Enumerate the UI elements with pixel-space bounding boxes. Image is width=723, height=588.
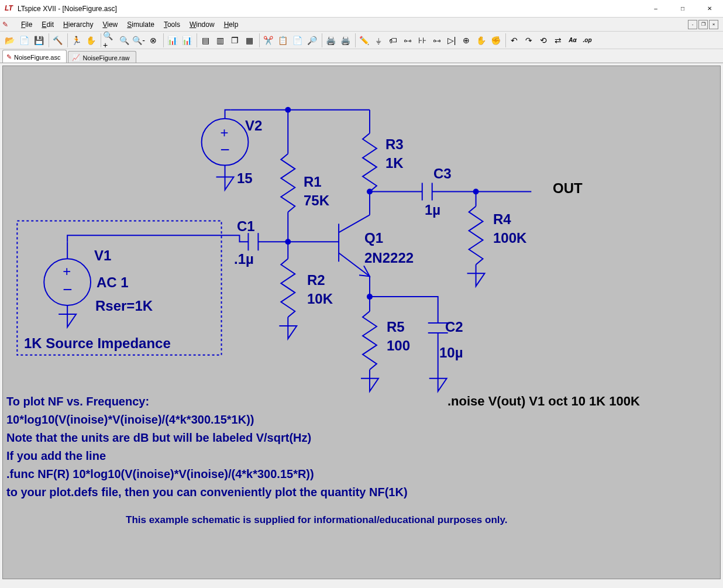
mirror-icon[interactable]: ⇄ [551,33,565,47]
capacitor-icon[interactable]: ⊦⊦ [415,33,429,47]
copy-icon[interactable]: 📋 [276,33,290,47]
toolbar: 📂 📄 💾 🔨 🏃 ✋ 🔍+ 🔍 🔍- ⊗ 📊 📊 ▤ ▥ ❐ ▦ ✂️ 📋 📄… [0,32,723,49]
notes-block[interactable]: To plot NF vs. Frequency: 10*log10(V(ino… [6,393,408,501]
r1-val[interactable]: 75K [304,192,329,209]
net-label-out[interactable]: OUT [553,180,583,197]
redo-icon[interactable]: ↷ [522,33,536,47]
zoom-in-icon[interactable]: 🔍+ [102,33,116,47]
new-schematic-icon[interactable]: 📄 [17,33,31,47]
autorange-icon[interactable]: 📊 [165,33,179,47]
pan-icon[interactable]: 🔍 [117,33,131,47]
menu-simulate[interactable]: Simulate [122,19,159,30]
c1-val[interactable]: .1µ [234,251,254,268]
close-windows-icon[interactable]: ▦ [242,33,256,47]
menu-window[interactable]: Window [185,19,219,30]
schematic-canvas[interactable]: + − [2,66,721,579]
notes-line: to your plot.defs file, then you can con… [6,483,408,501]
find-icon[interactable]: 🔎 [305,33,319,47]
r3-val[interactable]: 1K [385,155,404,172]
run-icon[interactable]: 🏃 [69,33,83,47]
text-icon[interactable]: Aα [566,33,580,47]
menu-help[interactable]: Help [219,19,243,30]
wire-icon[interactable]: ✏️ [357,33,371,47]
label-net-icon[interactable]: 🏷 [386,33,400,47]
zoom-out-icon[interactable]: 🔍- [132,33,146,47]
menu-view[interactable]: View [98,19,122,30]
v1-ref[interactable]: V1 [94,247,111,264]
menu-hierarchy[interactable]: Hierarchy [58,19,98,30]
r4-ref[interactable]: R4 [493,211,511,228]
c3-val[interactable]: 1µ [425,202,440,219]
menu-file[interactable]: File [16,19,37,30]
maximize-button[interactable]: □ [669,0,696,18]
spice-directive-icon[interactable]: .op [580,33,594,47]
mdi-minimize-button[interactable]: - [688,20,697,29]
move-icon[interactable]: ✋ [474,33,488,47]
cut-icon[interactable]: ✂️ [261,33,275,47]
svg-text:+: + [63,263,71,279]
mdi-restore-button[interactable]: ❐ [698,20,708,29]
halt-icon[interactable]: ✋ [84,33,98,47]
resistor-icon[interactable]: ⧟ [401,33,415,47]
menu-edit[interactable]: Edit [37,19,58,30]
c2-val[interactable]: 10µ [439,345,463,362]
drag-icon[interactable]: ✊ [488,33,502,47]
r2-ref[interactable]: R2 [307,272,325,289]
tab-label: NoiseFigure.raw [82,54,129,61]
tile-vert-icon[interactable]: ▥ [213,33,227,47]
c1-ref[interactable]: C1 [237,218,255,235]
tabbar: ✎ NoiseFigure.asc 📈 NoiseFigure.raw [0,49,723,63]
pick-visible-icon[interactable]: 📊 [180,33,194,47]
window-title: LTspice XVII - [NoiseFigure.asc] [18,5,642,13]
spice-directive-noise[interactable]: .noise V(out) V1 oct 10 1K 100K [447,394,640,409]
tab-schematic[interactable]: ✎ NoiseFigure.asc [2,50,67,63]
close-button[interactable]: ✕ [696,0,723,18]
minimize-button[interactable]: – [642,0,669,18]
cascade-icon[interactable]: ❐ [228,33,242,47]
q1-val[interactable]: 2N2222 [364,250,414,267]
v1-val1[interactable]: AC 1 [97,274,129,291]
mdi-app-icon: ✎ [2,20,12,29]
c2-ref[interactable]: C2 [445,319,463,336]
q1-ref[interactable]: Q1 [364,230,383,247]
zoom-fit-icon[interactable]: ⊗ [146,33,160,47]
c3-ref[interactable]: C3 [433,166,452,183]
annotation-src-impedance[interactable]: 1K Source Impedance [24,335,171,352]
open-icon[interactable]: 📂 [2,33,16,47]
menubar: ✎ File Edit Hierarchy View Simulate Tool… [0,18,723,32]
notes-line: Note that the units are dB but will be l… [6,429,408,447]
diode-icon[interactable]: ▷| [445,33,459,47]
r2-val[interactable]: 10K [307,291,333,308]
mdi-close-button[interactable]: × [709,20,718,29]
tab-label: NoiseFigure.asc [14,54,60,61]
hammer-icon[interactable]: 🔨 [50,33,64,47]
r3-ref[interactable]: R3 [385,136,404,153]
save-icon[interactable]: 💾 [32,33,46,47]
rotate-icon[interactable]: ⟲ [536,33,550,47]
svg-text:−: − [221,140,230,159]
inductor-icon[interactable]: ⧟ [430,33,444,47]
r5-ref[interactable]: R5 [387,319,405,336]
schematic-file-icon: ✎ [6,53,12,61]
v2-val[interactable]: 15 [237,170,253,187]
r4-val[interactable]: 100K [493,230,526,247]
menu-tools[interactable]: Tools [159,19,185,30]
print-icon[interactable]: 🖨️ [323,33,338,47]
v2-ref[interactable]: V2 [245,118,262,135]
tile-horz-icon[interactable]: ▤ [198,33,212,47]
print-setup-icon[interactable]: 🖨️ [338,33,352,47]
waveform-file-icon: 📈 [72,54,80,61]
notes-line: .func NF(R) 10*log10(V(inoise)*V(inoise)… [6,465,408,483]
notes-line: If you add the line [6,447,408,465]
v1-val2[interactable]: Rser=1K [95,298,153,315]
r1-ref[interactable]: R1 [304,174,322,191]
footer-note[interactable]: This example schematic is supplied for i… [126,514,507,526]
notes-line: 10*log10(V(inoise)*V(inoise)/(4*k*300.15… [6,411,408,429]
r5-val[interactable]: 100 [387,338,410,355]
titlebar: LT LTspice XVII - [NoiseFigure.asc] – □ … [0,0,723,18]
paste-icon[interactable]: 📄 [290,33,304,47]
component-icon[interactable]: ⊕ [459,33,473,47]
undo-icon[interactable]: ↶ [507,33,521,47]
ground-icon[interactable]: ⏚ [371,33,385,47]
tab-waveform[interactable]: 📈 NoiseFigure.raw [68,51,136,63]
